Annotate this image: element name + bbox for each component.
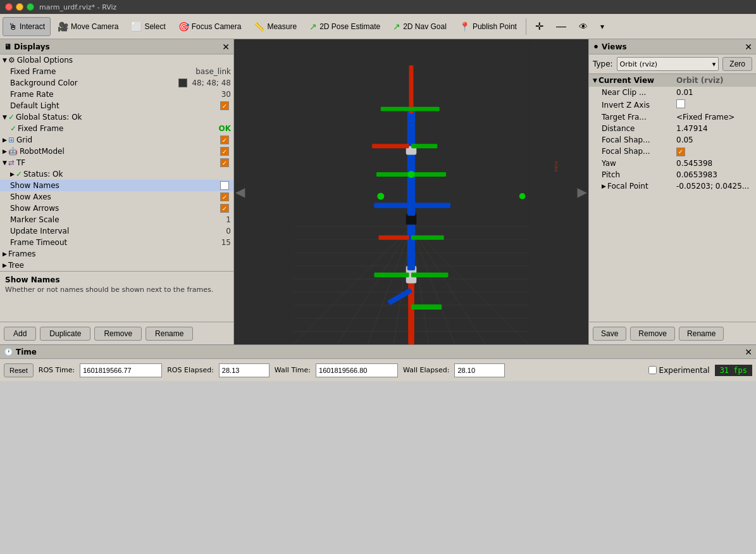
expand-arrow[interactable]: ▼: [3, 57, 7, 63]
fixed-frame-item[interactable]: Fixed Frame base_link: [0, 66, 233, 77]
ros-time-label: ROS Time:: [39, 366, 75, 374]
views-zero-button[interactable]: Zero: [722, 57, 752, 71]
tf-status-arrow[interactable]: ▶: [10, 171, 15, 177]
remove-display-button[interactable]: Remove: [94, 327, 142, 341]
distance-row[interactable]: Distance 1.47914: [589, 123, 756, 134]
current-view-arrow[interactable]: ▼: [593, 77, 597, 84]
svg-rect-34: [378, 236, 409, 240]
rename-display-button[interactable]: Rename: [146, 327, 193, 341]
experimental-label: Experimental: [659, 366, 710, 375]
views-current-view-header[interactable]: ▼ Current View Orbit (rviz): [589, 74, 756, 87]
maximize-button[interactable]: [27, 3, 34, 11]
publish-point-button[interactable]: 📍 Publish Point: [454, 17, 523, 36]
show-arrows-checkbox[interactable]: ✓: [220, 204, 229, 213]
frames-arrow[interactable]: ▶: [3, 251, 7, 257]
tf-arrow[interactable]: ▼: [3, 160, 7, 166]
wall-time-input[interactable]: [316, 363, 398, 377]
experimental-checkbox[interactable]: [648, 366, 657, 374]
displays-title: 🖥 Displays: [4, 42, 50, 51]
yaw-row[interactable]: Yaw 0.545398: [589, 158, 756, 169]
tree-item[interactable]: ▶ Tree: [0, 260, 233, 271]
default-light-checkbox[interactable]: ✓: [220, 101, 229, 110]
svg-point-39: [407, 171, 414, 178]
focal-shape-size-row[interactable]: Focal Shap... 0.05: [589, 134, 756, 146]
robot-model-checkbox[interactable]: ✓: [220, 147, 229, 156]
update-interval-item[interactable]: Update Interval 0: [0, 225, 233, 237]
displays-close-button[interactable]: ✕: [222, 42, 230, 51]
views-type-select[interactable]: Orbit (rviz) ▾: [617, 57, 719, 71]
frames-item[interactable]: ▶ Frames: [0, 248, 233, 260]
grid-checkbox[interactable]: ✓: [220, 135, 229, 144]
remove-view-button[interactable]: Remove: [630, 327, 675, 341]
frame-timeout-item[interactable]: Frame Timeout 15: [0, 237, 233, 248]
global-status-arrow[interactable]: ▼: [3, 114, 7, 120]
tf-icon: ⇄: [8, 158, 15, 167]
focal-point-arrow[interactable]: ▶: [602, 183, 606, 189]
tf-checkbox[interactable]: ✓: [220, 158, 229, 167]
duplicate-display-button[interactable]: Duplicate: [40, 327, 90, 341]
show-axes-checkbox[interactable]: ✓: [220, 192, 229, 201]
marker-scale-item[interactable]: Marker Scale 1: [0, 214, 233, 225]
viewport-left-arrow[interactable]: ◀: [235, 184, 245, 199]
save-view-button[interactable]: Save: [593, 327, 626, 341]
measure-icon: 📏: [254, 22, 264, 32]
settings-toolbar-button[interactable]: ▾: [595, 17, 610, 36]
select-button[interactable]: ⬜ Select: [125, 17, 171, 36]
ros-elapsed-input[interactable]: [219, 363, 270, 377]
tf-status-item[interactable]: ▶ ✓ Status: Ok: [0, 168, 233, 180]
eye-toolbar-button[interactable]: 👁: [573, 17, 593, 36]
robot-model-arrow[interactable]: ▶: [3, 148, 7, 154]
show-names-item[interactable]: Show Names: [0, 180, 233, 191]
ros-time-input[interactable]: [80, 363, 162, 377]
tf-item[interactable]: ▼ ⇄ TF ✓: [0, 157, 233, 168]
svg-rect-37: [411, 272, 449, 277]
grid-item[interactable]: ▶ ⊞ Grid ✓: [0, 134, 233, 146]
global-options-item[interactable]: ▼ ⚙ Global Options: [0, 54, 233, 66]
move-camera-button[interactable]: 🎥 Move Camera: [52, 17, 124, 36]
focal-shape-checkbox[interactable]: ✓: [676, 148, 685, 156]
measure-button[interactable]: 📏 Measure: [248, 17, 302, 36]
target-frame-row[interactable]: Target Fra... <Fixed Frame>: [589, 111, 756, 123]
fps-badge: 31 fps: [715, 365, 752, 376]
frame-rate-item[interactable]: Frame Rate 30: [0, 89, 233, 100]
views-type-label: Type:: [593, 60, 613, 68]
info-desc: Whether or not names should be shown nex…: [5, 286, 228, 294]
add-toolbar-button[interactable]: ✛: [530, 17, 549, 36]
grid-arrow[interactable]: ▶: [3, 137, 7, 143]
show-axes-item[interactable]: Show Axes ✓: [0, 191, 233, 203]
time-close-button[interactable]: ✕: [745, 348, 752, 356]
show-arrows-item[interactable]: Show Arrows ✓: [0, 203, 233, 214]
pose-estimate-button[interactable]: ↗ 2D Pose Estimate: [304, 17, 386, 36]
focal-shape-visible-row[interactable]: Focal Shap... ✓: [589, 146, 756, 158]
close-button[interactable]: [5, 3, 13, 11]
svg-point-38: [377, 192, 384, 199]
near-clip-row[interactable]: Near Clip ... 0.01: [589, 87, 756, 98]
default-light-item[interactable]: Default Light ✓: [0, 100, 233, 111]
interact-button[interactable]: 🖱 Interact: [3, 17, 51, 36]
focus-camera-button[interactable]: 🎯 Focus Camera: [173, 17, 247, 36]
reset-time-button[interactable]: Reset: [4, 363, 34, 377]
svg-rect-29: [411, 144, 437, 148]
focal-point-row[interactable]: ▶ Focal Point -0.05203; 0.0425...: [589, 180, 756, 192]
invert-z-checkbox[interactable]: [676, 99, 685, 108]
grid-icon: ⊞: [8, 135, 15, 144]
robot-model-item[interactable]: ▶ 🤖 RobotModel ✓: [0, 146, 233, 157]
minus-toolbar-button[interactable]: —: [550, 17, 572, 36]
show-names-checkbox[interactable]: [220, 181, 229, 190]
svg-point-40: [519, 193, 526, 199]
minimize-button[interactable]: [16, 3, 23, 11]
nav-goal-button[interactable]: ↗ 2D Nav Goal: [387, 17, 452, 36]
add-display-button[interactable]: Add: [4, 327, 36, 341]
3d-viewport[interactable]: ◀ ▶: [234, 39, 588, 344]
background-color-item[interactable]: Background Color 48; 48; 48: [0, 77, 233, 89]
wall-elapsed-input[interactable]: [454, 363, 505, 377]
global-status-item[interactable]: ▼ ✓ Global Status: Ok: [0, 111, 233, 123]
viewport-right-arrow[interactable]: ▶: [578, 184, 587, 199]
invert-z-row[interactable]: Invert Z Axis: [589, 98, 756, 111]
rename-view-button[interactable]: Rename: [679, 327, 724, 341]
wall-elapsed-label: Wall Elapsed:: [403, 366, 449, 374]
pitch-row[interactable]: Pitch 0.0653983: [589, 169, 756, 180]
fixed-frame-status-item[interactable]: ✓ Fixed Frame OK: [0, 123, 233, 134]
views-close-button[interactable]: ✕: [745, 42, 752, 51]
tree-arrow[interactable]: ▶: [3, 262, 7, 268]
